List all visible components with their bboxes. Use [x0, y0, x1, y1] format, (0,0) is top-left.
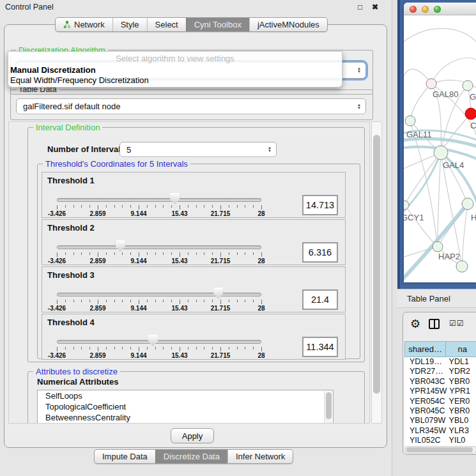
- threshold-value-field[interactable]: 14.713: [302, 195, 338, 215]
- tab-label: Style: [121, 20, 139, 29]
- close-window-icon[interactable]: ✖: [372, 0, 378, 14]
- settings-vertical-scrollbar[interactable]: [371, 121, 382, 424]
- slider-tick: [122, 252, 123, 255]
- attribute-list-item-topologicalcoefficient[interactable]: TopologicalCoefficient: [38, 401, 333, 412]
- slider-tick: [188, 347, 188, 349]
- table-row[interactable]: YBR043CYBR0: [404, 377, 476, 387]
- threshold-slider-thumb[interactable]: [170, 193, 180, 204]
- slider-tick: [106, 205, 107, 208]
- table-row[interactable]: YDR27…YDR2: [404, 367, 476, 376]
- number-of-intervals-label: Number of Intervals: [47, 144, 125, 154]
- table-data-combobox[interactable]: galFiltered.sif default node ▲▼: [16, 98, 366, 114]
- slider-tick: [212, 205, 213, 208]
- table-row[interactable]: YBL079WYBL0: [404, 416, 476, 426]
- threshold-value-field[interactable]: 6.316: [302, 242, 338, 263]
- bottom-tab-bar: Impute DataDiscretize DataInfer Network: [94, 449, 293, 464]
- slider-tick: [89, 300, 90, 302]
- network-edge[interactable]: [404, 69, 431, 105]
- slider-tick: [139, 300, 139, 304]
- select-checkboxes-icon[interactable]: ☑☑: [449, 319, 464, 328]
- threshold-slider-track[interactable]: [57, 198, 261, 202]
- bottom-tab-label: Discretize Data: [164, 452, 220, 461]
- network-canvas[interactable]: GAL80GACGAL11GAL4GCY1HHAP2: [404, 16, 476, 282]
- algorithm-dropdown-popup: Select algorithm to view settings Manual…: [8, 51, 342, 88]
- network-edge[interactable]: [404, 29, 476, 43]
- network-node[interactable]: [404, 201, 409, 210]
- slider-tick: [237, 205, 238, 208]
- slider-tick-label: 28: [257, 257, 265, 265]
- apply-button[interactable]: Apply: [171, 428, 214, 443]
- table-row[interactable]: YLR345WYLR3: [404, 426, 476, 436]
- slider-tick: [245, 205, 245, 208]
- threshold-value-field[interactable]: 21.4: [302, 289, 338, 310]
- table-column-header-2[interactable]: na: [446, 341, 476, 357]
- threshold-value-field[interactable]: 11.344: [302, 337, 338, 357]
- combo-arrows-icon: ▲▼: [268, 142, 272, 157]
- tab-label: Cyni Toolbox: [194, 20, 242, 29]
- scrollbar-thumb[interactable]: [406, 447, 473, 452]
- network-edge[interactable]: [462, 204, 468, 266]
- threshold-slider-track[interactable]: [57, 245, 261, 249]
- slider-tick-label: -3.426: [48, 352, 66, 359]
- zoom-traffic-light[interactable]: [434, 6, 441, 13]
- columns-icon[interactable]: [429, 319, 440, 329]
- table-data-combo-value: galFiltered.sif default node: [23, 102, 120, 111]
- table-horizontal-scrollbar[interactable]: [405, 446, 476, 454]
- close-traffic-light[interactable]: [410, 6, 417, 13]
- top-tab-bar: NetworkStyleSelectCyni ToolboxjActiveMNo…: [55, 17, 328, 32]
- slider-tick: [65, 347, 66, 349]
- float-window-icon[interactable]: □: [358, 0, 362, 14]
- slider-tick: [204, 252, 204, 255]
- network-edge[interactable]: [410, 84, 431, 121]
- slider-tick: [81, 347, 82, 349]
- slider-tick: [245, 347, 245, 349]
- threshold-slider-thumb[interactable]: [116, 240, 125, 252]
- attribute-list-item-betweennesscentrality[interactable]: BetweennessCentrality: [38, 412, 333, 423]
- table-row[interactable]: YPR145WYPR1: [404, 387, 476, 396]
- dropdown-option-manual-discretization[interactable]: Manual Discretization: [10, 65, 96, 75]
- gear-icon[interactable]: ⚙: [410, 317, 420, 331]
- network-node[interactable]: [426, 79, 436, 89]
- control-panel-window: Control Panel □ ✖ NetworkStyleSelectCyni…: [0, 0, 392, 476]
- network-node[interactable]: [456, 261, 468, 272]
- bottom-tab-discretize-data[interactable]: Discretize Data: [155, 450, 227, 463]
- scrollbar-thumb[interactable]: [373, 135, 380, 394]
- network-node[interactable]: [465, 108, 476, 119]
- minimize-traffic-light[interactable]: [422, 6, 429, 13]
- network-node[interactable]: [433, 242, 443, 252]
- table-row[interactable]: YDL19…YDL1: [404, 357, 476, 367]
- slider-tick: [220, 252, 221, 257]
- threshold-slider-thumb[interactable]: [213, 288, 223, 299]
- network-edge[interactable]: [438, 153, 441, 247]
- network-node[interactable]: [463, 81, 473, 91]
- tab-style[interactable]: Style: [112, 18, 147, 31]
- table-row[interactable]: YBR045CYBR0: [404, 406, 476, 416]
- threshold-slider-thumb[interactable]: [148, 335, 158, 346]
- table-row[interactable]: YIL052CYIL0: [404, 436, 476, 445]
- table-column-header-1[interactable]: shared…: [404, 341, 446, 357]
- threshold-slider-track[interactable]: [57, 340, 261, 344]
- number-of-intervals-combobox[interactable]: 5 ▲▼: [119, 142, 277, 157]
- slider-tick-label: -3.426: [48, 305, 66, 312]
- tab-cyni-toolbox[interactable]: Cyni Toolbox: [186, 18, 249, 31]
- attribute-list-item-selfloops[interactable]: SelfLoops: [38, 390, 333, 401]
- network-node[interactable]: [405, 116, 415, 126]
- network-node[interactable]: [462, 198, 473, 210]
- table-row[interactable]: YER054CYER0: [404, 397, 476, 406]
- dropdown-option-equal-width[interactable]: Equal Width/Frequency Discretization: [10, 75, 149, 85]
- scrollbar-thumb[interactable]: [326, 392, 332, 419]
- threshold-slider-track[interactable]: [57, 293, 261, 296]
- slider-tick: [114, 252, 115, 255]
- bottom-tab-infer-network[interactable]: Infer Network: [227, 450, 293, 463]
- tab-network[interactable]: Network: [56, 18, 112, 31]
- bottom-tab-impute-data[interactable]: Impute Data: [95, 450, 155, 463]
- numerical-attributes-list[interactable]: SelfLoopsTopologicalCoefficientBetweenne…: [37, 390, 334, 424]
- tab-select[interactable]: Select: [147, 18, 186, 31]
- network-node[interactable]: [434, 146, 448, 160]
- slider-tick: [73, 205, 74, 208]
- slider-tick: [139, 252, 139, 257]
- slider-tick-label: 9.144: [130, 210, 146, 217]
- window-titlebar: Control Panel □ ✖: [0, 0, 392, 14]
- attributes-list-scrollbar[interactable]: [324, 391, 332, 424]
- tab-jactivemnodules[interactable]: jActiveMNodules: [249, 18, 327, 31]
